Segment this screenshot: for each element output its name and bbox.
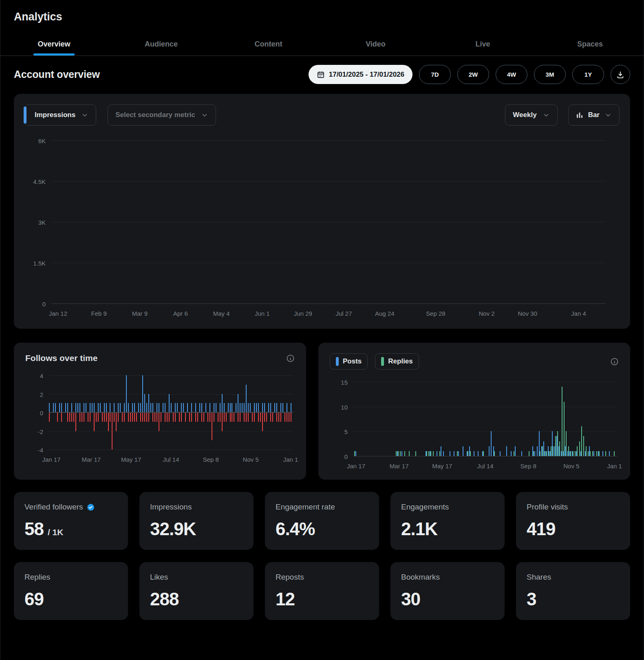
y-tick-label: 0	[42, 301, 46, 308]
legend-chip-posts[interactable]: Posts	[330, 353, 368, 370]
stat-value-row: 30	[401, 589, 494, 609]
replies-bar	[596, 451, 597, 456]
posts-bar	[602, 451, 603, 456]
stat-card-reposts: Reposts12	[265, 562, 379, 620]
posts-bar	[511, 451, 512, 456]
range-button-4w[interactable]: 4W	[496, 65, 527, 84]
date-range-picker[interactable]: 17/01/2025 - 17/01/2026	[309, 65, 412, 84]
follows-neg-bar	[285, 412, 285, 422]
range-button-1y[interactable]: 1Y	[572, 65, 604, 84]
replies-bar	[564, 402, 565, 456]
follows-neg-bar	[291, 412, 291, 422]
follows-pos-bar	[61, 403, 62, 412]
stat-label-text: Reposts	[276, 573, 304, 582]
replies-bar	[529, 451, 529, 456]
follows-neg-bar	[175, 412, 176, 422]
follows-neg-bar	[191, 412, 192, 422]
follows-pos-bar	[183, 403, 184, 412]
follows-pos-bar	[106, 403, 107, 412]
secondary-metric-dropdown[interactable]: Select secondary metric	[108, 104, 216, 126]
stat-label-text: Replies	[24, 573, 50, 582]
info-icon[interactable]	[286, 354, 295, 363]
follows-neg-bar	[169, 412, 170, 422]
follows-neg-bar	[159, 412, 159, 431]
follows-pos-bar	[142, 375, 143, 412]
follows-neg-bar	[244, 412, 245, 422]
follows-pos-bar	[49, 403, 50, 412]
follows-neg-bar	[214, 412, 214, 422]
tab-spaces[interactable]: Spaces	[536, 34, 644, 55]
tab-bar: OverviewAudienceContentVideoLiveSpaces	[0, 34, 644, 56]
follows-neg-bar	[49, 412, 50, 422]
follows-neg-bar	[264, 412, 265, 422]
posts-bar	[478, 451, 479, 456]
follows-pos-bar	[177, 403, 178, 412]
x-tick-label: Jul 14	[163, 456, 179, 463]
follows-pos-bar	[258, 403, 259, 412]
primary-metric-dropdown[interactable]: Impressions	[24, 104, 96, 126]
posts-bar	[441, 446, 441, 456]
follows-pos-bar	[169, 394, 170, 413]
tab-live[interactable]: Live	[429, 34, 536, 55]
stat-value: 58	[24, 519, 44, 539]
follows-pos-bar	[228, 403, 229, 412]
stat-value: 69	[24, 589, 44, 609]
info-icon[interactable]	[610, 357, 619, 366]
follows-pos-bar	[118, 403, 119, 412]
follows-neg-bar	[234, 412, 234, 422]
follows-pos-bar	[240, 403, 240, 412]
follows-neg-bar	[110, 412, 110, 422]
follows-pos-bar	[138, 403, 139, 412]
tab-label: Content	[253, 34, 284, 55]
chart-type-label: Bar	[588, 111, 600, 119]
replies-bar	[426, 451, 427, 456]
follows-pos-bar	[159, 403, 159, 412]
range-button-2w[interactable]: 2W	[457, 65, 489, 84]
tab-video[interactable]: Video	[322, 34, 429, 55]
interval-dropdown[interactable]: Weekly	[505, 104, 557, 126]
replies-bar	[581, 426, 582, 456]
range-button-7d[interactable]: 7D	[419, 65, 451, 84]
x-tick-label: Apr 6	[173, 310, 188, 317]
x-tick-label: Nov 30	[518, 310, 537, 317]
section-title: Account overview	[14, 69, 100, 80]
range-button-3m[interactable]: 3M	[534, 65, 566, 84]
tab-overview[interactable]: Overview	[0, 34, 108, 55]
stat-card-profile-visits: Profile visits419	[516, 492, 630, 550]
follows-pos-bar	[134, 403, 135, 412]
y-tick-label: 2	[40, 391, 43, 398]
follows-neg-bar	[189, 412, 190, 422]
download-button[interactable]	[611, 65, 630, 84]
chart-type-dropdown[interactable]: Bar	[568, 104, 620, 126]
posts-bar	[521, 451, 522, 456]
follows-pos-bar	[280, 403, 281, 412]
legend-chip-replies[interactable]: Replies	[375, 353, 419, 370]
tab-content[interactable]: Content	[215, 34, 322, 55]
posts-bar	[534, 451, 535, 456]
replies-bar	[544, 451, 545, 456]
replies-bar	[614, 451, 615, 456]
stat-card-bookmarks: Bookmarks30	[390, 562, 505, 620]
x-tick-label: Mar 9	[132, 310, 148, 317]
stat-label: Reposts	[276, 573, 368, 582]
stat-value: 2.1K	[401, 519, 437, 539]
replies-bar	[483, 451, 484, 456]
y-tick-label: 10	[341, 403, 348, 410]
follows-neg-bar	[96, 412, 97, 422]
x-tick-label: May 17	[121, 456, 141, 463]
stat-label-text: Shares	[527, 573, 551, 582]
follows-neg-bar	[220, 412, 221, 422]
posts-bar	[491, 431, 492, 456]
range-buttons: 7D2W4W3M1Y	[412, 65, 604, 84]
replies-bar	[549, 451, 549, 456]
replies-bar	[562, 387, 562, 456]
posts-bar	[437, 451, 437, 456]
follows-neg-bar	[114, 412, 115, 422]
page-title: Analytics	[0, 0, 644, 23]
follows-neg-bar	[258, 412, 259, 422]
follows-neg-bar	[212, 412, 212, 440]
posts-legend-label: Posts	[343, 357, 362, 365]
tab-audience[interactable]: Audience	[108, 34, 215, 55]
follows-neg-bar	[84, 412, 84, 422]
follows-pos-bar	[191, 403, 192, 412]
